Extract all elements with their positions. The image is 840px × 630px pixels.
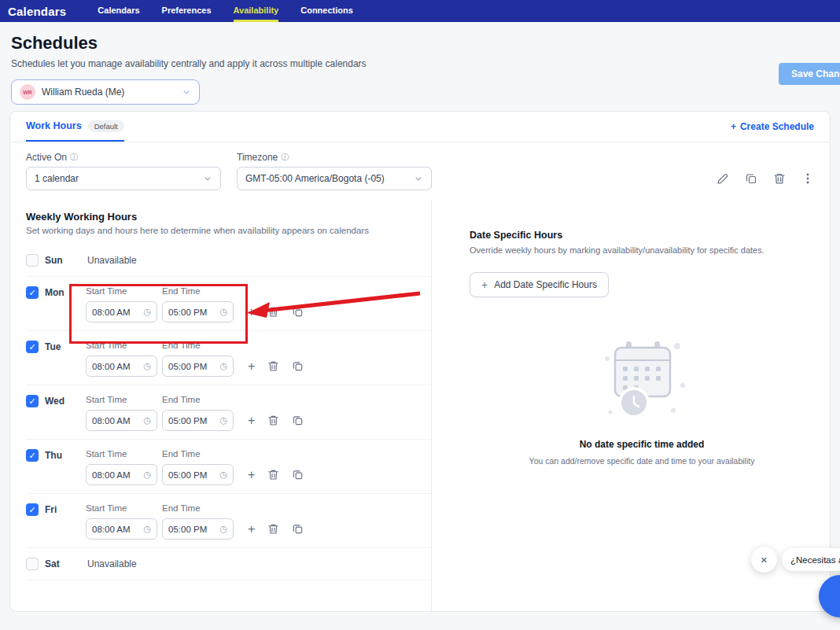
add-interval-button[interactable]: + [248,360,255,373]
delete-interval-button[interactable] [267,360,279,372]
end-time-input[interactable]: 05:00 PM◷ [162,518,234,540]
date-specific-empty-state: No date specific time added You can add/… [470,337,814,466]
nav-tab-connections[interactable]: Connections [300,0,353,22]
chat-close-button[interactable]: × [751,547,777,573]
page-title: Schedules [11,33,829,53]
clock-icon: ◷ [219,361,227,371]
info-icon: ⓘ [281,152,289,163]
day-toggle-wed[interactable]: ✓Wed [26,395,86,407]
more-options-button[interactable] [801,172,814,185]
day-toggle-fri[interactable]: ✓Fri [26,503,86,516]
empty-state-subtitle: You can add/remove specific date and tim… [470,456,814,466]
clock-icon: ◷ [143,307,151,317]
day-row-sat: SatUnavailable [26,548,431,580]
nav-tab-availability[interactable]: Availability [234,0,279,22]
day-row-wed: ✓WedStart TimeEnd Time08:00 AM◷05:00 PM◷… [26,385,431,440]
active-on-label: Active On [26,152,67,163]
unavailable-label: Unavailable [87,255,137,266]
end-time-label: End Time [162,449,238,459]
start-time-label: Start Time [86,449,162,459]
duplicate-schedule-button[interactable] [745,172,757,185]
end-time-input[interactable]: 05:00 PM◷ [162,464,234,485]
timezone-value: GMT-05:00 America/Bogota (-05) [245,173,385,184]
start-time-label: Start Time [86,286,162,296]
clock-icon: ◷ [219,470,227,480]
trash-icon [267,469,279,481]
day-name: Sun [45,255,63,266]
day-toggle-thu[interactable]: ✓Thu [26,449,86,462]
chevron-down-icon [203,174,212,183]
clock-icon: ◷ [143,361,151,371]
trash-icon [267,306,279,318]
clock-icon: ◷ [143,470,151,480]
top-navbar: Calendars Calendars Preferences Availabi… [0,0,840,22]
day-checkbox[interactable]: ✓ [26,341,39,353]
day-toggle-sat[interactable]: Sat [26,558,86,570]
day-row-mon: ✓MonStart TimeEnd Time08:00 AM◷05:00 PM◷… [26,277,431,331]
day-checkbox[interactable]: ✓ [26,449,39,462]
delete-schedule-button[interactable] [773,172,786,185]
copy-interval-button[interactable] [292,306,304,318]
nav-tab-preferences[interactable]: Preferences [162,0,212,22]
add-interval-button[interactable]: + [248,306,255,319]
unavailable-label: Unavailable [87,558,137,569]
day-toggle-mon[interactable]: ✓Mon [26,286,86,299]
trash-icon [267,414,279,426]
end-time-label: End Time [162,286,238,296]
default-badge: Default [88,120,124,132]
start-time-input[interactable]: 08:00 AM◷ [86,356,157,377]
start-time-input[interactable]: 08:00 AM◷ [86,301,157,322]
plus-icon: + [481,279,488,290]
day-name: Thu [45,450,62,461]
start-time-input[interactable]: 08:00 AM◷ [86,410,157,431]
day-checkbox[interactable] [26,254,39,267]
schedule-card: Work Hours Default + Create Schedule Act… [9,111,831,612]
weekly-hours-panel: Weekly Working Hours Set working days an… [10,200,432,611]
timezone-select[interactable]: GMT-05:00 America/Bogota (-05) [237,167,432,190]
copy-interval-button[interactable] [292,360,304,372]
copy-icon [292,469,304,481]
copy-interval-button[interactable] [292,523,304,535]
clock-icon: ◷ [143,524,151,534]
tab-work-hours[interactable]: Work Hours Default [26,112,124,142]
end-time-label: End Time [162,395,238,404]
schedule-body: Weekly Working Hours Set working days an… [10,200,830,611]
add-interval-button[interactable]: + [248,414,255,427]
edit-schedule-button[interactable] [717,172,729,185]
delete-interval-button[interactable] [267,523,279,535]
active-on-value: 1 calendar [35,173,79,184]
add-interval-button[interactable]: + [248,523,255,536]
date-specific-subtitle: Override weekly hours by marking availab… [470,245,814,255]
day-name: Mon [45,287,64,298]
start-time-input[interactable]: 08:00 AM◷ [86,518,157,540]
end-time-input[interactable]: 05:00 PM◷ [162,301,234,322]
user-selector[interactable]: WR William Rueda (Me) [11,79,200,105]
save-changes-button[interactable]: Save Changes [779,63,840,85]
clock-icon: ◷ [219,415,227,426]
day-checkbox[interactable]: ✓ [26,395,39,407]
start-time-input[interactable]: 08:00 AM◷ [86,464,157,485]
trash-icon [267,523,279,535]
add-interval-button[interactable]: + [248,469,255,481]
day-toggle-sun[interactable]: Sun [26,254,86,267]
end-time-input[interactable]: 05:00 PM◷ [162,356,234,377]
active-on-select[interactable]: 1 calendar [26,167,221,190]
day-checkbox[interactable]: ✓ [26,286,39,299]
end-time-label: End Time [162,503,238,513]
delete-interval-button[interactable] [267,469,279,481]
create-schedule-button[interactable]: + Create Schedule [731,121,814,132]
day-checkbox[interactable] [26,558,39,570]
add-date-specific-hours-button[interactable]: + Add Date Specific Hours [470,272,609,297]
day-checkbox[interactable]: ✓ [26,503,39,516]
weekly-hours-title: Weekly Working Hours [26,211,431,223]
page-subtitle: Schedules let you manage availability ce… [11,58,829,69]
start-time-label: Start Time [86,341,162,350]
nav-tab-calendars[interactable]: Calendars [98,0,139,22]
end-time-input[interactable]: 05:00 PM◷ [162,410,234,431]
delete-interval-button[interactable] [267,306,279,318]
timezone-label: Timezone [237,152,278,163]
delete-interval-button[interactable] [267,414,279,426]
day-toggle-tue[interactable]: ✓Tue [26,341,86,353]
copy-interval-button[interactable] [292,414,304,426]
copy-interval-button[interactable] [292,469,304,481]
